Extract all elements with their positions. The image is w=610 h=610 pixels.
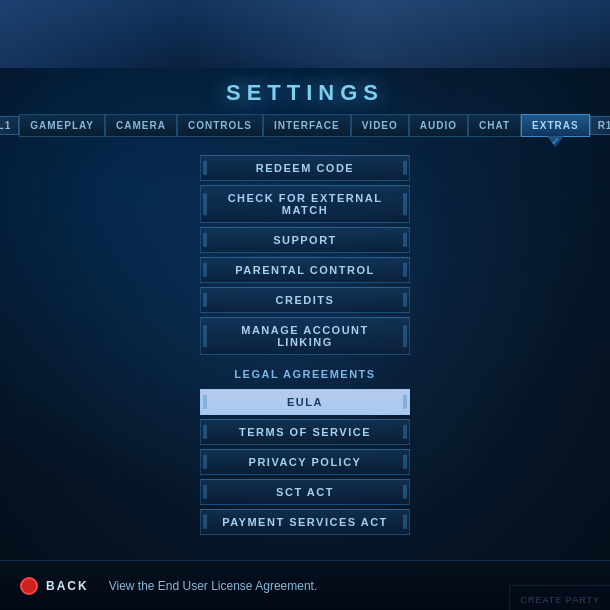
menu-item-parental-control[interactable]: PARENTAL CONTROL [200,257,410,283]
tab-controls[interactable]: CONTROLS [177,114,263,137]
tab-gameplay[interactable]: GAMEPLAY [19,114,105,137]
menu-item-credits[interactable]: CREDITS [200,287,410,313]
tab-video[interactable]: VIDEO [351,114,409,137]
create-party-label: CREATE PARTY [520,595,600,605]
page-title: SETTINGS [226,80,384,106]
menu-item-manage-account-linking[interactable]: MANAGE ACCOUNT LINKING [200,317,410,355]
tab-active-arrow [547,136,563,144]
section-label-legal: LEGAL AGREEMENTS [200,363,410,385]
tab-audio[interactable]: AUDIO [409,114,468,137]
menu-item-check-external-match[interactable]: CHECK FOR EXTERNAL MATCH [200,185,410,223]
tab-interface[interactable]: INTERFACE [263,114,351,137]
back-button[interactable]: BACK [20,577,89,595]
menu-item-terms-of-service[interactable]: TERMS OF SERVICE [200,419,410,445]
back-description: View the End User License Agreement. [109,579,318,593]
main-content: SETTINGS L1 GAMEPLAY CAMERA CONTROLS INT… [0,68,610,560]
tab-chat[interactable]: CHAT [468,114,521,137]
top-image-bar [0,0,610,68]
menu-item-redeem-code[interactable]: REDEEM CODE [200,155,410,181]
tab-camera[interactable]: CAMERA [105,114,177,137]
right-bumper[interactable]: R1 [590,116,610,135]
menu-item-support[interactable]: SUPPORT [200,227,410,253]
back-label: BACK [46,579,89,593]
menu-item-privacy-policy[interactable]: PRIVACY POLICY [200,449,410,475]
tabs-container: L1 GAMEPLAY CAMERA CONTROLS INTERFACE VI… [0,114,610,137]
menu-item-eula[interactable]: EULA [200,389,410,415]
tab-extras[interactable]: EXTRAS [521,114,590,137]
create-party-bar: CREATE PARTY [509,585,610,610]
menu-item-sct-act[interactable]: SCT ACT [200,479,410,505]
circle-button-icon [20,577,38,595]
menu-list: REDEEM CODE CHECK FOR EXTERNAL MATCH SUP… [0,155,610,535]
menu-item-payment-services-act[interactable]: PAYMENT SERVICES ACT [200,509,410,535]
left-bumper[interactable]: L1 [0,116,19,135]
